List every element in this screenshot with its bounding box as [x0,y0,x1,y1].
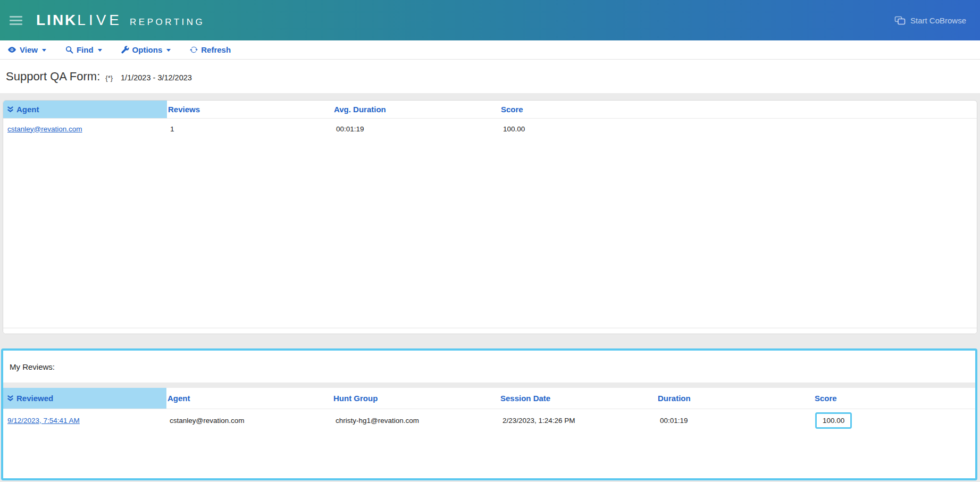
date-range: 1/1/2023 - 3/12/2023 [121,73,192,82]
refresh-icon [190,46,198,54]
column-header-duration[interactable]: Duration [657,388,814,409]
logo-suffix-text: REPORTING [130,17,205,28]
column-header-agent[interactable]: Agent [166,388,332,409]
table-row: cstanley@revation.com 1 00:01:19 100.00 [3,119,977,139]
view-menu[interactable]: View [7,45,46,54]
table-top-divider [3,383,975,388]
cobrowse-label: Start CoBrowse [910,16,966,25]
chevron-down-icon [166,49,171,52]
column-header-reviews[interactable]: Reviews [167,101,333,118]
search-icon [65,46,73,54]
reviewed-cell: 9/12/2023, 7:54:41 AM [3,417,166,425]
logo-bold-text: LINK [36,12,77,29]
agent-cell: cstanley@revation.com [3,125,167,133]
find-label: Find [77,45,94,54]
page-title-row: Support QA Form: {*} 1/1/2023 - 3/12/202… [0,60,980,93]
column-header-avg-duration[interactable]: Avg. Duration [333,101,500,118]
double-chevron-down-icon [7,106,14,113]
start-cobrowse-button[interactable]: Start CoBrowse [894,16,966,25]
chevron-down-icon [98,49,102,52]
title-token: {*} [105,74,113,82]
column-header-label: Reviews [168,105,200,114]
wrench-icon [121,46,129,54]
session-date-cell: 2/23/2023, 1:24:26 PM [499,417,657,425]
column-header-session-date[interactable]: Session Date [499,388,657,409]
agent-cell: cstanley@revation.com [166,417,332,425]
reviewed-link[interactable]: 9/12/2023, 7:54:41 AM [7,417,80,425]
column-header-label: Session Date [500,394,550,403]
column-header-label: Hunt Group [333,394,378,403]
horizontal-scrollbar-track[interactable] [3,328,977,334]
reviews-cell: 1 [167,125,333,133]
column-header-label: Agent [16,105,39,114]
find-menu[interactable]: Find [65,45,102,54]
my-reviews-panel: My Reviews: Reviewed Agent Hunt Group Se… [1,348,977,480]
page-title: Support QA Form: [6,70,100,84]
column-header-label: Reviewed [16,394,53,403]
agent-link[interactable]: cstanley@revation.com [7,125,82,133]
options-menu[interactable]: Options [121,45,171,54]
app-logo: LINKLIVE REPORTING [36,12,205,29]
duration-cell: 00:01:19 [657,417,814,425]
logo-light-text: LIVE [77,12,122,29]
column-header-label: Duration [658,394,691,403]
score-cell: 100.00 [814,412,975,429]
summary-table-header: Agent Reviews Avg. Duration Score [3,101,977,119]
column-header-reviewed[interactable]: Reviewed [3,388,166,409]
view-label: View [20,45,38,54]
eye-icon [7,46,16,54]
column-header-label: Avg. Duration [334,105,386,114]
score-cell: 100.00 [500,125,977,133]
column-header-label: Score [815,394,837,403]
column-header-label: Score [501,105,523,114]
refresh-button[interactable]: Refresh [190,45,231,54]
my-reviews-label: My Reviews: [3,351,975,371]
toolbar: View Find Options Refresh [0,40,980,60]
my-reviews-table-header: Reviewed Agent Hunt Group Session Date D… [3,388,975,409]
agent-summary-panel: Agent Reviews Avg. Duration Score cstanl… [3,100,977,334]
app-header: LINKLIVE REPORTING Start CoBrowse [0,0,980,40]
highlighted-score-value[interactable]: 100.00 [815,412,852,429]
column-header-score[interactable]: Score [500,101,977,118]
column-header-hunt-group[interactable]: Hunt Group [332,388,499,409]
double-chevron-down-icon [7,395,14,402]
chevron-down-icon [42,49,46,52]
column-header-agent[interactable]: Agent [3,101,167,118]
column-header-score[interactable]: Score [814,388,975,409]
hunt-group-cell: christy-hg1@revation.com [332,417,499,425]
cobrowse-screens-icon [894,16,906,25]
table-row: 9/12/2023, 7:54:41 AM cstanley@revation.… [3,409,975,431]
column-header-label: Agent [167,394,190,403]
avg-duration-cell: 00:01:19 [333,125,500,133]
options-label: Options [132,45,163,54]
menu-button[interactable] [10,16,22,25]
refresh-label: Refresh [201,45,231,54]
